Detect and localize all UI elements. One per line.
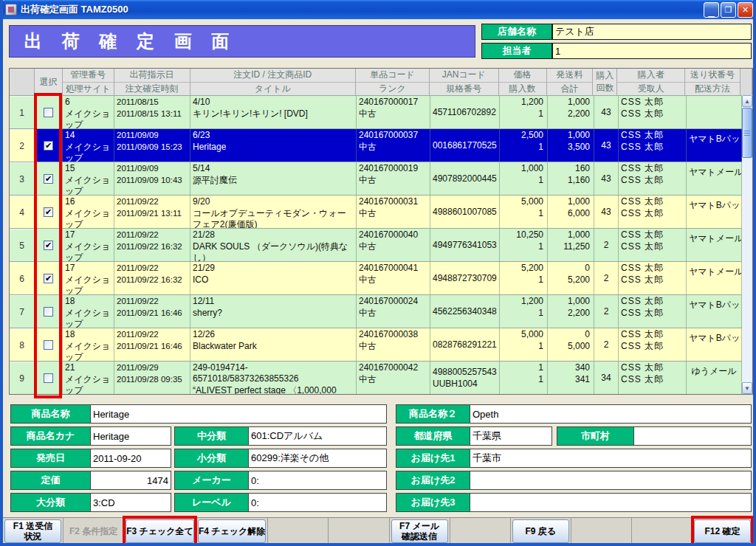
cell-admin: 21メイクショップ xyxy=(63,362,114,394)
cell-admin: 14メイクショップ xyxy=(63,129,114,162)
row-select-cell[interactable]: ✔ xyxy=(35,229,63,261)
f12-confirm-button[interactable]: F12 確定 xyxy=(694,519,751,543)
cell-jan: 4948872730709 xyxy=(430,262,500,294)
row-number[interactable]: 9 xyxy=(10,362,35,394)
scrollbar-track[interactable] xyxy=(742,158,752,382)
table-row[interactable]: 4 ✔ 16メイクショップ 2011/09/222011/09/21 13:11… xyxy=(10,195,742,228)
f1-send-receive-status-button[interactable]: F1 送受信状況 xyxy=(4,519,61,543)
row-checkbox[interactable] xyxy=(44,108,53,117)
cell-buyer: CSS 太郎CSS 太郎 xyxy=(619,96,687,128)
row-number[interactable]: 2 xyxy=(10,129,35,162)
table-row[interactable]: 5 ✔ 17メイクショップ 2011/09/222011/09/22 16:32… xyxy=(10,228,742,261)
cell-price: 1,2001 xyxy=(500,96,548,128)
col-select: 選択 xyxy=(35,69,63,95)
product-kana-field[interactable]: Heritage xyxy=(91,427,171,445)
row-checkbox[interactable]: ✔ xyxy=(44,141,53,151)
table-row[interactable]: 7 18メイクショップ 2011/09/222011/09/21 16:46 1… xyxy=(10,294,742,328)
row-checkbox[interactable]: ✔ xyxy=(44,174,53,184)
row-select-cell[interactable]: ✔ xyxy=(35,262,63,294)
row-number[interactable]: 6 xyxy=(10,262,35,294)
f7-mail-confirm-send-button[interactable]: F7 メール確認送信 xyxy=(391,519,448,543)
cell-ship-date: 2011/09/092011/09/09 10:43 xyxy=(114,162,190,195)
table-row[interactable]: 8 18メイクショップ 2011/09/222011/09/21 16:46 1… xyxy=(10,328,742,361)
col-admin: 管理番号処理サイト xyxy=(63,69,114,95)
product-name-field[interactable]: Heritage xyxy=(91,405,386,423)
minimize-button[interactable]: ▁ xyxy=(704,2,719,18)
cell-order: 12/11sherry? xyxy=(190,295,357,328)
table-row[interactable]: 9 21メイクショップ 2011/09/292011/09/28 09:35 2… xyxy=(10,361,742,394)
header-scrollbar-spacer xyxy=(740,69,752,95)
record-label-field[interactable]: 0: xyxy=(249,494,386,511)
cell-item-code: 240167000019中古 xyxy=(357,162,430,195)
release-date-label: 発売日 xyxy=(11,449,91,467)
form-row: お届け先3 xyxy=(396,493,752,512)
cell-admin: 17メイクショップ xyxy=(63,262,114,294)
table-row[interactable]: 1 6メイクショップ 2011/08/152011/08/15 13:11 4/… xyxy=(10,95,742,128)
cell-order: 6/23Heritage xyxy=(190,129,357,162)
form-row: 小分類 60299:洋楽その他 xyxy=(174,449,387,468)
delivery-address2-field[interactable] xyxy=(470,471,751,489)
prefecture-field[interactable]: 千葉県 xyxy=(470,427,551,445)
row-select-cell[interactable] xyxy=(35,328,63,361)
row-checkbox[interactable]: ✔ xyxy=(44,241,53,250)
row-select-cell[interactable]: ✔ xyxy=(35,129,63,162)
scroll-down-icon[interactable]: ▼ xyxy=(742,382,752,394)
f4-uncheck-all-button[interactable]: F4 チェック解除 xyxy=(198,519,266,543)
city-field[interactable] xyxy=(634,427,751,445)
staff-field[interactable]: 1 xyxy=(552,43,752,59)
small-category-field[interactable]: 60299:洋楽その他 xyxy=(249,449,386,467)
row-number[interactable]: 7 xyxy=(10,295,35,328)
scrollbar-thumb[interactable] xyxy=(742,108,752,158)
row-checkbox[interactable] xyxy=(44,340,53,350)
store-name-field[interactable]: テスト店 xyxy=(552,24,752,40)
city-label: 市町村 xyxy=(557,427,634,445)
vertical-scrollbar[interactable]: ▲ ▼ xyxy=(742,95,752,394)
product-name2-field[interactable]: Opeth xyxy=(470,405,751,423)
row-number[interactable]: 3 xyxy=(10,162,35,195)
col-invoice: 送り状番号配送方法 xyxy=(685,69,740,95)
delivery-address1-field[interactable]: 千葉市 xyxy=(470,449,751,467)
release-date-field[interactable]: 2011-09-20 xyxy=(91,449,171,467)
cell-purchase-count: 43 xyxy=(594,196,619,228)
cell-item-code: 240167000038中古 xyxy=(357,328,430,361)
table-row[interactable]: 2 ✔ 14メイクショップ 2011/09/092011/09/09 15:23… xyxy=(10,128,742,162)
row-select-cell[interactable]: ✔ xyxy=(35,196,63,228)
cell-jan: 4907892000445 xyxy=(430,162,500,195)
row-number[interactable]: 4 xyxy=(10,196,35,228)
mid-category-field[interactable]: 601:CDアルバム xyxy=(249,427,386,445)
row-checkbox[interactable]: ✔ xyxy=(44,207,53,217)
maker-field[interactable]: 0: xyxy=(249,471,386,489)
row-select-cell[interactable]: ✔ xyxy=(35,162,63,195)
row-checkbox[interactable] xyxy=(44,373,53,383)
delivery-address3-field[interactable] xyxy=(470,494,751,511)
col-order-id: 注文ID / 注文商品IDタイトル xyxy=(190,69,357,95)
cell-item-code: 240167000041中古 xyxy=(357,262,430,294)
f3-check-all-button[interactable]: F3 チェック全て xyxy=(126,519,194,543)
row-checkbox[interactable]: ✔ xyxy=(44,274,53,283)
cell-price: 5,0001 xyxy=(500,328,548,361)
form-row: 商品名称 Heritage xyxy=(10,404,387,424)
cell-invoice: ゆうメール xyxy=(687,362,742,394)
list-price-field[interactable]: 1474 xyxy=(91,471,171,489)
row-number[interactable]: 1 xyxy=(10,96,35,128)
cell-ship-date: 2011/08/152011/08/15 13:11 xyxy=(114,96,190,128)
cell-order: 21/28DARK SOULS （ダークソウル)(特典なし） xyxy=(190,229,357,261)
cell-purchase-count: 2 xyxy=(594,328,619,361)
table-row[interactable]: 6 ✔ 17メイクショップ 2011/09/222011/09/22 16:32… xyxy=(10,261,742,294)
row-select-cell[interactable] xyxy=(35,96,63,128)
cell-item-code: 240167000017中古 xyxy=(357,96,430,128)
large-category-field[interactable]: 3:CD xyxy=(91,494,171,511)
row-select-cell[interactable] xyxy=(35,362,63,394)
cell-buyer: CSS 太郎CSS 太郎 xyxy=(619,229,687,261)
scroll-up-icon[interactable]: ▲ xyxy=(742,95,752,107)
maximize-button[interactable]: ❐ xyxy=(721,2,736,18)
table-row[interactable]: 3 ✔ 15メイクショップ 2011/09/092011/09/09 10:43… xyxy=(10,162,742,195)
cell-purchase-count: 43 xyxy=(594,129,619,162)
row-select-cell[interactable] xyxy=(35,295,63,328)
row-checkbox[interactable] xyxy=(44,307,53,317)
f9-back-button[interactable]: F9 戻る xyxy=(512,519,569,543)
row-number[interactable]: 8 xyxy=(10,328,35,361)
close-button[interactable]: ✕ xyxy=(738,2,753,18)
row-number[interactable]: 5 xyxy=(10,229,35,261)
col-jan: JANコード規格番号 xyxy=(430,69,499,95)
